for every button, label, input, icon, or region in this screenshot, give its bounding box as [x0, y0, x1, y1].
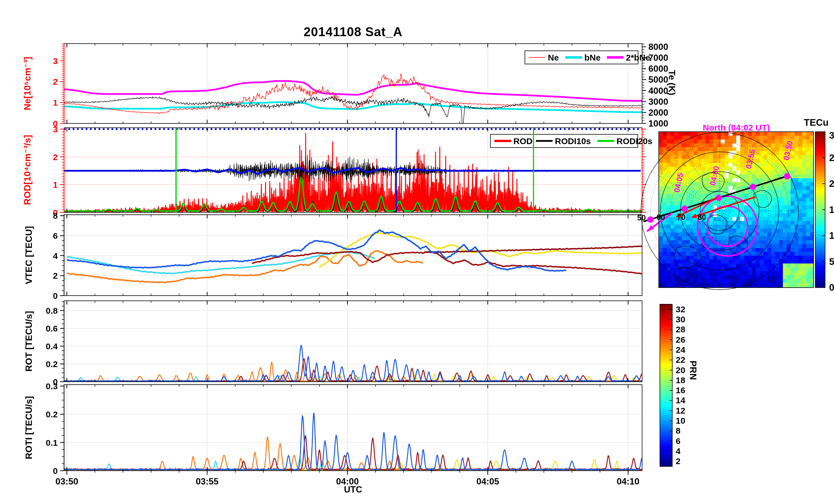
coastline [754, 190, 772, 208]
prn-tick-label: 12 [676, 406, 685, 415]
track-time-label: 04:05 [673, 172, 685, 193]
ytick-label: 0 [53, 466, 58, 476]
series-PRN20 [320, 233, 642, 267]
ytick-label: 1 [53, 180, 58, 189]
series-detrended [129, 155, 552, 183]
series-bNe [64, 102, 642, 112]
legend-rod-label: RODI10s [555, 136, 591, 146]
coastline [708, 215, 727, 234]
xtick-label: 04:10 [617, 477, 639, 486]
xtick-label: 03:55 [196, 477, 218, 486]
prn-colorbar-label: PRN [688, 361, 698, 380]
prn-tick-label: 4 [676, 446, 681, 456]
lat-label: 80 [698, 213, 706, 222]
lat-label: 70 [677, 213, 685, 222]
track-dot [750, 184, 756, 190]
prn-tick-label: 2 [676, 456, 681, 466]
te-tick-label: 6000 [649, 64, 668, 74]
ytick-label: 4 [53, 251, 58, 260]
series-PRN31 [64, 436, 642, 470]
ytick-label: 0.8 [46, 306, 58, 316]
ytick-label: 3 [53, 56, 58, 66]
track-dot [647, 216, 654, 223]
prn-tick-label: 8 [676, 426, 681, 435]
panel-rot-series [64, 345, 642, 381]
series-Te [64, 96, 642, 131]
legend-rod-label: ROD [513, 136, 533, 146]
ytick-label: 2 [53, 271, 58, 280]
prn-tick-label: 30 [676, 315, 685, 324]
prn-tick-label: 6 [676, 436, 681, 446]
ytick-label: 0 [53, 291, 58, 300]
ytick-label: 0.1 [46, 438, 58, 448]
te-axis-label: Te (K) [666, 70, 677, 95]
series-PRN31 [252, 251, 642, 274]
panel-vtec-series [67, 230, 642, 282]
panel-frame [64, 301, 642, 382]
prn-tick-label: 28 [676, 325, 685, 334]
te-tick-label: 8000 [649, 42, 668, 52]
panel-roti-series [64, 413, 642, 470]
prn-tick-label: 22 [676, 355, 685, 365]
prn-colorbar-frame [660, 304, 672, 466]
panel-frame [64, 385, 642, 471]
tecu-tick-label: 0 [829, 282, 834, 293]
plots-svg: 0123100020003000400050006000700080000123… [0, 0, 834, 504]
map-overlay [641, 132, 825, 466]
prn-tick-label: 20 [676, 365, 685, 375]
legend-ne-label: 2*bNe [626, 53, 651, 62]
tecu-colorbar-title: TECu [804, 117, 829, 128]
coastline [675, 268, 697, 285]
te-tick-label: 2000 [649, 108, 668, 118]
meridian-line [720, 211, 759, 279]
series-PRN31 [64, 359, 642, 381]
prn-tick-label: 24 [676, 345, 685, 354]
ytick-label: 6 [53, 231, 58, 240]
xtick-label: 03:50 [56, 477, 78, 486]
meridian-line [652, 171, 720, 211]
te-tick-label: 4000 [649, 86, 668, 96]
track-time-label: 03:50 [782, 140, 795, 161]
te-tick-label: 1000 [649, 118, 668, 129]
tecu-tick-label: 10 [829, 230, 834, 241]
ytick-label: 0.6 [46, 324, 58, 333]
prn-tick-label: 18 [676, 375, 685, 385]
te-tick-label: 7000 [649, 53, 668, 63]
legend-rod-label: RODI20s [616, 136, 653, 146]
fov-circle-inner [707, 206, 748, 246]
tecu-tick-label: 5 [829, 256, 834, 267]
ylabel-roti: ROTI [TECU/s] [24, 396, 34, 459]
panel-frame [64, 215, 642, 296]
ytick-label: 0.2 [46, 410, 58, 419]
coastline [675, 246, 701, 268]
ylabel-rod: ROD[10⁴cm⁻³/s] [22, 135, 33, 205]
magenta-arrowhead [647, 225, 654, 231]
tecu-tick-label: 25 [829, 153, 834, 163]
figure-title: 20141108 Sat_A [64, 25, 642, 39]
series-PRN6 [64, 345, 642, 381]
xtick-label: 04:05 [476, 477, 499, 486]
track-dot [681, 206, 688, 212]
meridian-line [720, 211, 788, 250]
series-2*bNe [64, 81, 642, 101]
prn-tick-label: 32 [676, 304, 685, 314]
ytick-label: 8 [53, 211, 58, 221]
ytick-label: 0.3 [46, 382, 58, 391]
te-tick-label: 5000 [649, 75, 668, 85]
ylabel-vtec: VTEC [TECU] [24, 226, 34, 284]
ytick-label: 0.4 [46, 342, 58, 351]
tecu-tick-label: 30 [829, 130, 834, 141]
ytick-label: 2 [53, 77, 58, 86]
track-time-label: 04:00 [708, 165, 721, 186]
lat-label: 60 [656, 213, 665, 222]
ylabel-rot: ROT [TECU/s] [24, 311, 34, 372]
ylabel-ne: Ne[10⁵cm⁻³] [22, 57, 33, 111]
legend-ne-label: bNe [584, 53, 601, 62]
prn-tick-label: 14 [676, 395, 685, 405]
prn-tick-label: 26 [676, 335, 685, 344]
ytick-label: 2 [53, 153, 58, 162]
series-PRN12 [67, 252, 375, 274]
tecu-tick-label: 20 [829, 178, 834, 189]
ytick-label: 3 [53, 124, 58, 134]
track-dot [784, 173, 790, 179]
